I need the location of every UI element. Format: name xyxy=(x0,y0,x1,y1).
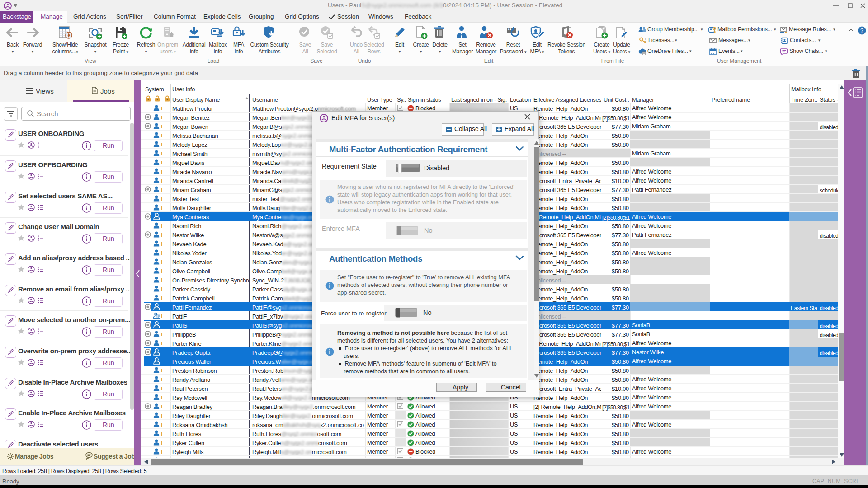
svg-text:?: ? xyxy=(860,27,863,34)
